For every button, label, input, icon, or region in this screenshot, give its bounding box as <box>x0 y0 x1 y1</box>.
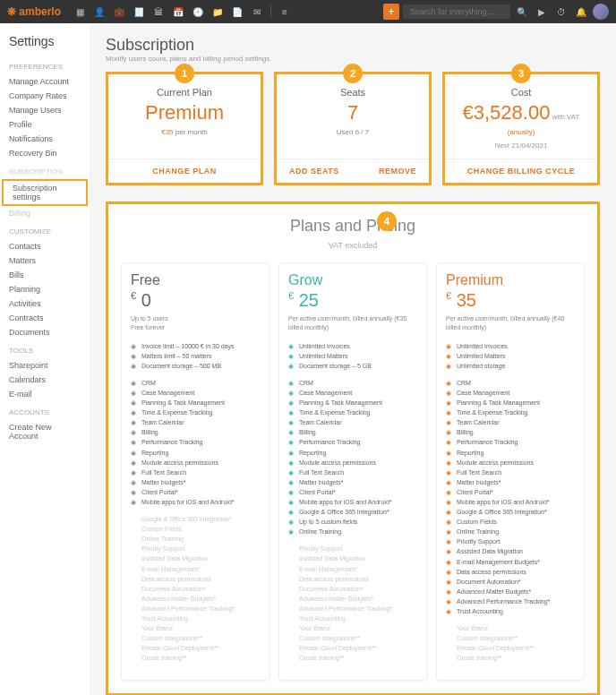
sidebar-item[interactable]: Matters <box>0 253 90 268</box>
calendar-icon[interactable]: 📅 <box>170 4 186 20</box>
feature-item: Performance Tracking <box>288 437 417 447</box>
plan-name: Premium <box>446 272 575 288</box>
sidebar-item[interactable]: Bills <box>0 268 90 282</box>
bell-icon[interactable]: 🔔 <box>573 4 589 20</box>
user-icon[interactable]: 👤 <box>91 4 107 20</box>
feature-item: Unlimited Matters <box>446 351 575 361</box>
feature-item: Client Portal* <box>446 487 575 497</box>
feature-item: Matter budgets* <box>446 477 575 487</box>
feature-item: Document Automation* <box>131 584 260 594</box>
sidebar-item[interactable]: Notifications <box>0 132 90 146</box>
feature-item: Private Cloud Deployment** <box>288 643 417 653</box>
feature-item: Performance Tracking <box>131 437 260 447</box>
plan-sub: €35 per month <box>108 128 261 136</box>
sidebar-item[interactable]: Billing <box>0 206 90 220</box>
feature-item: Data access permissions <box>131 574 260 584</box>
avatar[interactable] <box>593 4 609 20</box>
feature-item: Module access permissions <box>288 458 417 468</box>
change-billing-button[interactable]: CHANGE BILLING CYCLE <box>445 159 597 183</box>
sidebar-group: TOOLS <box>0 339 90 358</box>
clock-icon[interactable]: 🕘 <box>190 4 206 20</box>
feature-item: Advanced Performance Tracking* <box>288 604 417 613</box>
sidebar-item[interactable]: Sharepoint <box>0 358 90 373</box>
summary-cards: 1 Current Plan Premium €35 per month CHA… <box>106 72 600 185</box>
sidebar-item[interactable]: Create New Account <box>0 420 90 443</box>
feature-item: Custom Fields <box>131 524 260 534</box>
feature-item: Full Text Search <box>446 468 575 477</box>
feature-item: Planning & Task Management <box>446 398 575 408</box>
feature-item: Mobile apps for iOS and Android* <box>131 497 260 507</box>
feature-item: Advanced Matter Budgets* <box>446 587 575 596</box>
bank-icon[interactable]: 🏛 <box>150 4 167 20</box>
sidebar-item[interactable]: Calendars <box>0 373 90 387</box>
feature-item: Matter budgets* <box>288 477 417 487</box>
more-icon[interactable]: ≡ <box>277 4 293 20</box>
feature-item: Unlimited Invoices <box>288 341 417 351</box>
feature-item: Assisted Data Migration <box>131 553 260 563</box>
sidebar-item[interactable]: Recovery Bin <box>0 146 90 160</box>
feature-item: Billing <box>131 427 260 437</box>
plan-included: CRMCase ManagementPlanning & Task Manage… <box>446 378 575 616</box>
search-icon[interactable]: 🔍 <box>514 4 530 20</box>
logo[interactable]: amberlo <box>7 5 61 18</box>
feature-item: Data access permissions <box>288 574 417 584</box>
feature-item: Unlimited storage <box>446 361 575 371</box>
feature-item: Custom Fields <box>446 517 575 527</box>
feature-item: Reporting <box>131 448 260 458</box>
feature-item: Priority Support <box>131 544 260 553</box>
badge-4: 4 <box>377 211 397 231</box>
topbar: amberlo ▦ 👤 💼 🧾 🏛 📅 🕘 📁 📄 ✉ ≡ + 🔍 ▶ ⏱ 🔔 <box>0 0 616 23</box>
change-plan-button[interactable]: CHANGE PLAN <box>108 159 261 183</box>
feature-item: CRM <box>288 378 417 388</box>
current-plan-card: 1 Current Plan Premium €35 per month CHA… <box>106 72 263 185</box>
feature-item: Client Portal* <box>288 487 417 497</box>
pricing-title: Plans and Pricing <box>121 217 585 236</box>
sidebar-item[interactable]: Manage Account <box>0 74 90 89</box>
sidebar-item[interactable]: Company Rates <box>0 89 90 103</box>
sidebar-item[interactable]: Profile <box>0 117 90 132</box>
feature-item: Full Text Search <box>131 468 260 477</box>
add-button[interactable]: + <box>383 4 399 20</box>
sidebar-item[interactable]: E-mail <box>0 387 90 401</box>
feature-item: Full Text Search <box>288 468 417 477</box>
plan-included: CRMCase ManagementPlanning & Task Manage… <box>131 378 260 507</box>
add-seats-button[interactable]: ADD SEATS <box>289 167 339 176</box>
sidebar-item[interactable]: Planning <box>0 282 90 296</box>
sidebar-group: ACCOUNTS <box>0 401 90 420</box>
search-input[interactable] <box>403 4 510 19</box>
feature-item: Team Calendar <box>446 417 575 427</box>
feature-item: CRM <box>131 378 260 388</box>
main: Subscription Modify users count, plans a… <box>90 23 616 695</box>
feature-item: Matters limit – 50 matters <box>131 351 260 361</box>
file-icon[interactable]: 📄 <box>229 4 245 20</box>
play-icon[interactable]: ▶ <box>534 4 550 20</box>
sidebar-item[interactable]: Activities <box>0 296 90 311</box>
briefcase-icon[interactable]: 💼 <box>111 4 127 20</box>
apps-icon[interactable]: ▦ <box>72 4 88 20</box>
plan-included: CRMCase ManagementPlanning & Task Manage… <box>288 378 417 537</box>
mail-icon[interactable]: ✉ <box>249 4 265 20</box>
remove-seats-button[interactable]: REMOVE <box>379 167 416 176</box>
separator <box>270 5 271 18</box>
page-title: Subscription <box>106 36 600 55</box>
sidebar-item[interactable]: Contracts <box>0 311 90 325</box>
cost-card: 3 Cost €3,528.00 with VAT (anually) Next… <box>442 72 600 185</box>
sidebar-item[interactable]: Subscription settings <box>2 179 88 206</box>
sidebar-item[interactable]: Contacts <box>0 239 90 253</box>
feature-item: E-mail Management* <box>288 564 417 574</box>
feature-item: Reporting <box>288 448 417 458</box>
plan-desc: Per active user/month, billed annually (… <box>446 314 575 332</box>
folder-icon[interactable]: 📁 <box>210 4 226 20</box>
feature-item: Custom Integrations** <box>446 633 575 643</box>
feature-item: Advanced Performance Tracking* <box>446 596 575 606</box>
timer-icon[interactable]: ⏱ <box>553 4 569 20</box>
doc-icon[interactable]: 🧾 <box>131 4 147 20</box>
feature-item: Trust Accounting <box>446 606 575 616</box>
feature-item: Document storage – 500 MB <box>131 361 260 371</box>
feature-item: Up to 5 custom fields <box>288 517 417 527</box>
feature-item: Advanced Matter Budgets* <box>131 594 260 604</box>
sidebar-item[interactable]: Manage Users <box>0 103 90 117</box>
sidebar-item[interactable]: Documents <box>0 325 90 339</box>
plan-price: € 35 <box>446 290 575 311</box>
plan-limits: Unlimited InvoicesUnlimited MattersUnlim… <box>446 341 575 371</box>
